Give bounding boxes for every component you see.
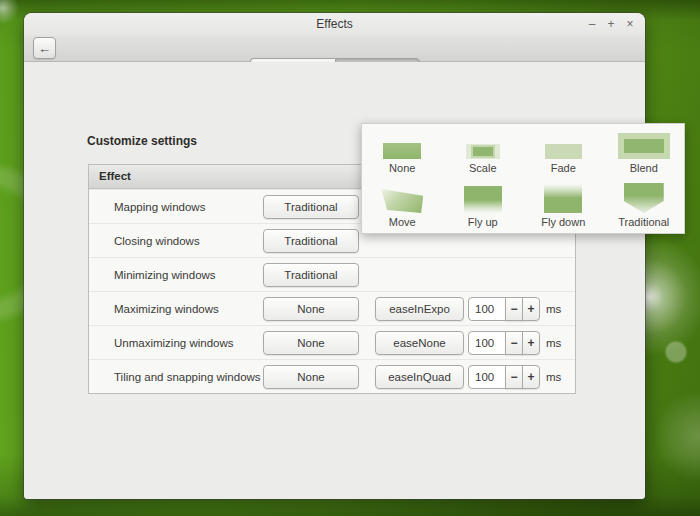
row-label: Mapping windows (114, 201, 205, 213)
effect-option-fade[interactable]: Fade (523, 124, 604, 179)
minimize-icon[interactable]: – (587, 13, 597, 35)
row-label: Tiling and snapping windows (114, 371, 261, 383)
row-minimizing-windows: Minimizing windows Traditional (89, 257, 575, 291)
duration-input[interactable] (468, 331, 506, 355)
effect-options-popup: None Scale Fade Blend Move Fly up Fly do… (361, 123, 685, 234)
easing-select-button[interactable]: easeNone (375, 331, 464, 355)
effect-option-label: Fade (551, 162, 576, 174)
effect-select-button[interactable]: Traditional (263, 195, 359, 219)
effect-option-blend[interactable]: Blend (604, 124, 685, 179)
effects-window: Effects – + × ← Enable effects Customize… (24, 13, 645, 499)
titlebar[interactable]: Effects – + × (24, 13, 645, 35)
effect-option-label: Fly down (541, 216, 585, 228)
effect-option-traditional[interactable]: Traditional (604, 179, 685, 234)
row-unmaximizing-windows: Unmaximizing windows None easeNone − + m… (89, 325, 575, 359)
window-controls: – + × (587, 13, 635, 35)
effect-blend-icon (618, 133, 670, 159)
close-icon[interactable]: × (625, 13, 635, 35)
effect-option-fly-up[interactable]: Fly up (443, 179, 524, 234)
effect-option-label: None (389, 162, 415, 174)
duration-spinbox: − + (468, 365, 540, 389)
unit-label: ms (546, 303, 561, 315)
effect-select-button[interactable]: None (263, 297, 359, 321)
effect-select-button[interactable]: None (263, 365, 359, 389)
row-label: Unmaximizing windows (114, 337, 234, 349)
duration-input[interactable] (468, 297, 506, 321)
increment-icon[interactable]: + (522, 365, 540, 389)
maximize-icon[interactable]: + (606, 13, 616, 35)
row-label: Minimizing windows (114, 269, 216, 281)
effect-select-button[interactable]: Traditional (263, 229, 359, 253)
duration-spinbox: − + (468, 331, 540, 355)
effect-fly-up-icon (464, 186, 502, 213)
decrement-icon[interactable]: − (505, 365, 523, 389)
row-label: Closing windows (114, 235, 200, 247)
easing-select-button[interactable]: easeInExpo (375, 297, 464, 321)
row-maximizing-windows: Maximizing windows None easeInExpo − + m… (89, 291, 575, 325)
effect-fly-down-icon (544, 184, 582, 213)
effect-traditional-icon (624, 183, 664, 213)
unit-label: ms (546, 337, 561, 349)
decrement-icon[interactable]: − (505, 331, 523, 355)
effect-option-scale[interactable]: Scale (443, 124, 524, 179)
header-bar: ← Enable effects Customize (24, 35, 645, 62)
effect-option-label: Fly up (468, 216, 498, 228)
back-arrow-icon: ← (38, 41, 51, 56)
duration-input[interactable] (468, 365, 506, 389)
effect-option-label: Traditional (618, 216, 669, 228)
row-label: Maximizing windows (114, 303, 219, 315)
customize-settings-label: Customize settings (87, 133, 197, 150)
easing-select-button[interactable]: easeInQuad (375, 365, 464, 389)
effect-option-none[interactable]: None (362, 124, 443, 179)
desktop-background: Effects – + × ← Enable effects Customize… (0, 0, 700, 516)
effect-option-fly-down[interactable]: Fly down (523, 179, 604, 234)
effect-option-label: Scale (469, 162, 497, 174)
duration-spinbox: − + (468, 297, 540, 321)
increment-icon[interactable]: + (522, 297, 540, 321)
unit-label: ms (546, 371, 561, 383)
window-title: Effects (24, 13, 645, 35)
effect-none-icon (383, 143, 421, 159)
decrement-icon[interactable]: − (505, 297, 523, 321)
effect-select-button[interactable]: None (263, 331, 359, 355)
effect-option-label: Move (389, 216, 416, 228)
effect-option-move[interactable]: Move (362, 179, 443, 234)
row-tiling-snapping-windows: Tiling and snapping windows None easeInQ… (89, 359, 575, 393)
back-button[interactable]: ← (33, 37, 56, 59)
effect-move-icon (381, 189, 423, 213)
effect-scale-icon (466, 144, 500, 159)
effect-select-button[interactable]: Traditional (263, 263, 359, 287)
increment-icon[interactable]: + (522, 331, 540, 355)
effect-option-label: Blend (630, 162, 658, 174)
effect-fade-icon (545, 144, 582, 159)
